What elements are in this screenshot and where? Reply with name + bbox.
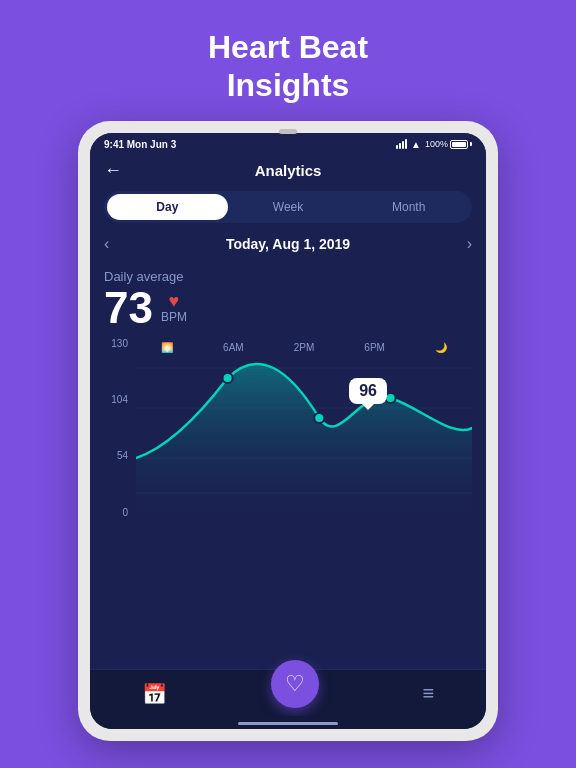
chart-tooltip: 96 [349, 378, 387, 404]
y-axis-labels: 130 104 54 0 [104, 338, 128, 538]
hero-title: Heart Beat Insights [208, 28, 368, 105]
nav-header: ← Analytics [90, 154, 486, 187]
status-icons: ▲ 100% [396, 139, 472, 150]
tab-week[interactable]: Week [228, 194, 349, 220]
heart-rate-chart: 130 104 54 0 [90, 338, 486, 669]
signal-bars-icon [396, 139, 407, 149]
bottom-navigation: 📅 ♡ ≡ [90, 669, 486, 716]
tooltip-value: 96 [359, 382, 377, 399]
chart-svg-area: 96 [136, 338, 472, 518]
current-date: Today, Aug 1, 2019 [226, 236, 350, 252]
data-point [223, 373, 233, 383]
bpm-unit: BPM [161, 310, 187, 324]
back-button[interactable]: ← [104, 160, 122, 181]
chart-container: 130 104 54 0 [104, 338, 472, 538]
daily-average-section: Daily average 73 ♥ BPM [90, 261, 486, 334]
heart-monitor-icon: ♡ [285, 671, 305, 697]
daily-average-label: Daily average [104, 269, 472, 284]
line-chart [136, 338, 472, 518]
data-point [314, 413, 324, 423]
y-label-104: 104 [104, 394, 128, 405]
device-frame: 9:41 Mon Jun 3 ▲ 100% [78, 121, 498, 741]
home-indicator [90, 716, 486, 729]
status-bar: 9:41 Mon Jun 3 ▲ 100% [90, 133, 486, 154]
menu-icon: ≡ [422, 682, 434, 705]
heart-icon: ♥ [169, 292, 180, 310]
next-date-button[interactable]: › [467, 235, 472, 253]
nav-menu[interactable]: ≡ [422, 682, 434, 705]
tab-month[interactable]: Month [348, 194, 469, 220]
y-label-54: 54 [104, 450, 128, 461]
y-label-0: 0 [104, 507, 128, 518]
wifi-icon: ▲ [411, 139, 421, 150]
y-label-130: 130 [104, 338, 128, 349]
nav-calendar[interactable]: 📅 [142, 682, 167, 706]
tab-day[interactable]: Day [107, 194, 228, 220]
home-bar [238, 722, 338, 725]
date-navigation: ‹ Today, Aug 1, 2019 › [90, 231, 486, 261]
page-title: Analytics [255, 162, 322, 179]
prev-date-button[interactable]: ‹ [104, 235, 109, 253]
calendar-icon: 📅 [142, 682, 167, 706]
device-notch [279, 129, 297, 134]
tab-bar: Day Week Month [104, 191, 472, 223]
bpm-display: 73 ♥ BPM [104, 286, 472, 330]
status-time: 9:41 Mon Jun 3 [104, 139, 176, 150]
battery-indicator: 100% [425, 139, 472, 149]
device-screen: 9:41 Mon Jun 3 ▲ 100% [90, 133, 486, 729]
bpm-value: 73 [104, 286, 153, 330]
